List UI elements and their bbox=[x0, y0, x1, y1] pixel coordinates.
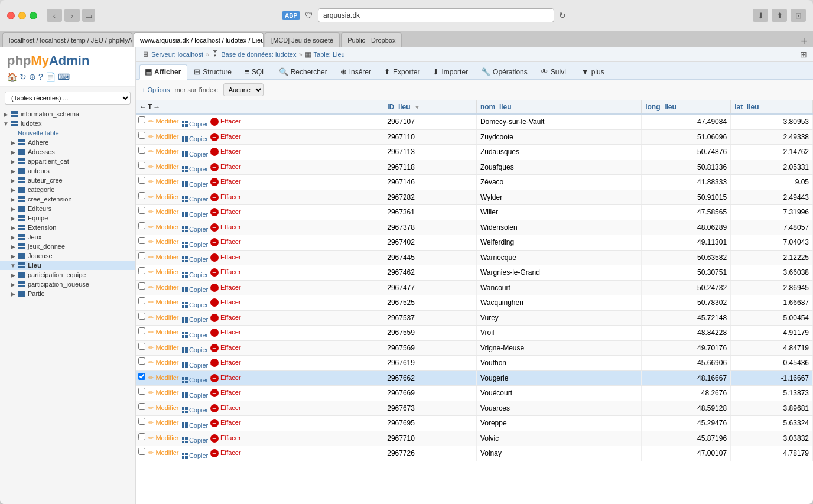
home-icon[interactable]: 🏠 bbox=[7, 72, 17, 82]
copier-link[interactable]: Copier bbox=[182, 316, 208, 323]
modifier-link[interactable]: ✏ Modifier bbox=[148, 163, 178, 171]
th-id-lieu[interactable]: ID_lieu ▼ bbox=[383, 100, 477, 114]
copier-link[interactable]: Copier bbox=[182, 376, 208, 383]
effacer-link[interactable]: Effacer bbox=[220, 133, 241, 140]
row-checkbox[interactable] bbox=[138, 267, 145, 274]
modifier-link[interactable]: ✏ Modifier bbox=[148, 178, 178, 186]
filter-select[interactable]: Aucune bbox=[223, 83, 264, 96]
modifier-link[interactable]: ✏ Modifier bbox=[148, 359, 178, 366]
row-checkbox[interactable] bbox=[138, 297, 145, 304]
row-checkbox[interactable] bbox=[138, 433, 145, 440]
row-checkbox[interactable] bbox=[138, 222, 145, 229]
copier-link[interactable]: Copier bbox=[182, 452, 208, 459]
tab-afficher[interactable]: ▤ Afficher bbox=[139, 64, 187, 80]
copier-link[interactable]: Copier bbox=[182, 196, 208, 203]
copier-link[interactable]: Copier bbox=[182, 362, 208, 369]
effacer-link[interactable]: Effacer bbox=[220, 193, 241, 200]
breadcrumb-database[interactable]: Base de données: ludotex bbox=[221, 51, 296, 58]
copier-link[interactable]: Copier bbox=[182, 135, 208, 142]
collapse-button[interactable]: ⊞ bbox=[800, 50, 807, 59]
window-toggle-button[interactable]: ▭ bbox=[82, 9, 95, 22]
sidebar-item-adhere[interactable]: ▶ Adhere bbox=[0, 138, 135, 147]
effacer-link[interactable]: Effacer bbox=[220, 389, 241, 396]
modifier-link[interactable]: ✏ Modifier bbox=[148, 253, 178, 261]
row-checkbox[interactable] bbox=[138, 282, 145, 290]
copier-link[interactable]: Copier bbox=[182, 151, 208, 158]
copier-link[interactable]: Copier bbox=[182, 437, 208, 444]
modifier-link[interactable]: ✏ Modifier bbox=[148, 284, 178, 291]
close-button[interactable] bbox=[7, 12, 15, 19]
forward-button[interactable]: › bbox=[64, 9, 80, 22]
download-button[interactable]: ⬇ bbox=[753, 9, 768, 22]
console-icon[interactable]: ⌨ bbox=[58, 72, 70, 82]
table-container[interactable]: ← T → ID_lieu ▼ nom_lieu bbox=[136, 100, 813, 504]
modifier-link[interactable]: ✏ Modifier bbox=[148, 344, 178, 352]
effacer-link[interactable]: Effacer bbox=[220, 268, 241, 275]
breadcrumb-table[interactable]: Table: Lieu bbox=[314, 51, 345, 58]
copier-link[interactable]: Copier bbox=[182, 226, 208, 233]
modifier-link[interactable]: ✏ Modifier bbox=[148, 223, 178, 231]
back-button[interactable]: ‹ bbox=[47, 9, 62, 22]
sidebar-item-lieu[interactable]: ▼ Lieu bbox=[0, 261, 135, 270]
effacer-link[interactable]: Effacer bbox=[220, 118, 241, 125]
copier-link[interactable]: Copier bbox=[182, 407, 208, 414]
row-checkbox[interactable] bbox=[138, 132, 145, 139]
share-button[interactable]: ⬆ bbox=[772, 9, 787, 22]
copier-link[interactable]: Copier bbox=[182, 271, 208, 278]
refresh-icon[interactable]: ↻ bbox=[19, 72, 27, 82]
sidebar-item-information-schema[interactable]: ▶ information_schema bbox=[0, 109, 135, 119]
row-checkbox[interactable] bbox=[138, 116, 145, 123]
effacer-link[interactable]: Effacer bbox=[220, 314, 241, 321]
tab-3[interactable]: [MCD] Jeu de société bbox=[265, 32, 340, 47]
sidebar-item-jeux[interactable]: ▶ Jeux bbox=[0, 232, 135, 242]
row-checkbox[interactable] bbox=[138, 237, 145, 244]
effacer-link[interactable]: Effacer bbox=[220, 344, 241, 351]
copier-link[interactable]: Copier bbox=[182, 121, 208, 128]
modifier-link[interactable]: ✏ Modifier bbox=[148, 118, 178, 125]
effacer-link[interactable]: Effacer bbox=[220, 253, 241, 261]
tab-suivi[interactable]: 👁 Suivi bbox=[535, 64, 573, 79]
sidebar-item-auteur-cree[interactable]: ▶ auteur_cree bbox=[0, 175, 135, 185]
row-checkbox[interactable] bbox=[138, 418, 145, 425]
reload-button[interactable]: ↻ bbox=[559, 11, 566, 20]
new-tab-button[interactable]: + bbox=[797, 36, 811, 47]
row-checkbox[interactable] bbox=[138, 448, 145, 455]
tab-structure[interactable]: ⊞ Structure bbox=[188, 64, 238, 79]
row-checkbox[interactable] bbox=[138, 313, 145, 320]
sidebar-item-extension[interactable]: ▶ Extension bbox=[0, 223, 135, 232]
tab-rechercher[interactable]: 🔍 Rechercher bbox=[274, 64, 334, 79]
row-checkbox[interactable] bbox=[138, 403, 145, 410]
effacer-link[interactable]: Effacer bbox=[220, 359, 241, 366]
sidebar-item-equipe[interactable]: ▶ Equipe bbox=[0, 213, 135, 223]
modifier-link[interactable]: ✏ Modifier bbox=[148, 133, 178, 141]
row-checkbox[interactable] bbox=[138, 192, 145, 199]
row-checkbox[interactable] bbox=[138, 357, 145, 365]
effacer-link[interactable]: Effacer bbox=[220, 374, 241, 381]
modifier-link[interactable]: ✏ Modifier bbox=[148, 374, 178, 382]
copier-link[interactable]: Copier bbox=[182, 286, 208, 293]
modifier-link[interactable]: ✏ Modifier bbox=[148, 238, 178, 246]
sidebar-item-nouvelle-table[interactable]: Nouvelle table bbox=[0, 128, 135, 138]
effacer-link[interactable]: Effacer bbox=[220, 449, 241, 456]
th-nom-lieu[interactable]: nom_lieu bbox=[476, 100, 641, 114]
effacer-link[interactable]: Effacer bbox=[220, 163, 241, 170]
sidebar-item-auteurs[interactable]: ▶ auteurs bbox=[0, 166, 135, 175]
modifier-link[interactable]: ✏ Modifier bbox=[148, 298, 178, 306]
modifier-link[interactable]: ✏ Modifier bbox=[148, 329, 178, 336]
copier-link[interactable]: Copier bbox=[182, 165, 208, 173]
modifier-link[interactable]: ✏ Modifier bbox=[148, 449, 178, 457]
maximize-button[interactable] bbox=[30, 12, 37, 19]
effacer-link[interactable]: Effacer bbox=[220, 223, 241, 230]
copier-link[interactable]: Copier bbox=[182, 301, 208, 308]
th-long-lieu[interactable]: long_lieu bbox=[642, 100, 731, 114]
tab-operations[interactable]: 🔧 Opérations bbox=[476, 64, 534, 79]
modifier-link[interactable]: ✏ Modifier bbox=[148, 268, 178, 276]
tab-more[interactable]: ▼ plus bbox=[576, 64, 611, 79]
sidebar-item-appartient-cat[interactable]: ▶ appartient_cat bbox=[0, 157, 135, 166]
row-checkbox[interactable] bbox=[138, 147, 145, 154]
copier-link[interactable]: Copier bbox=[182, 392, 208, 399]
copier-link[interactable]: Copier bbox=[182, 422, 208, 429]
sidebar-item-joueuse[interactable]: ▶ Joueuse bbox=[0, 251, 135, 261]
sidebar-item-ludotex[interactable]: ▼ ludotex bbox=[0, 119, 135, 128]
th-select[interactable]: ← T → bbox=[136, 100, 383, 114]
